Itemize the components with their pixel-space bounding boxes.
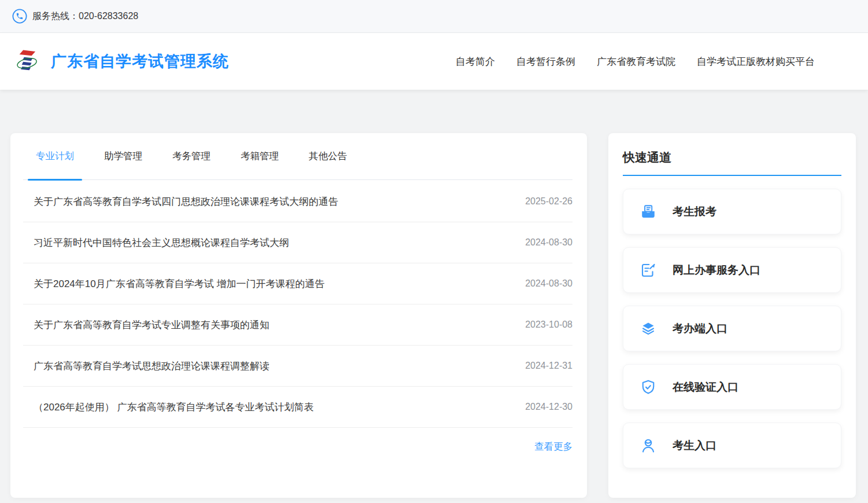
notice-date: 2024-12-30 bbox=[525, 402, 572, 412]
quick-entry-label: 考生报考 bbox=[673, 204, 716, 219]
view-more-link[interactable]: 查看更多 bbox=[534, 440, 572, 453]
notice-footer: 查看更多 bbox=[23, 428, 572, 466]
topbar-hotline-bar: 服务热线：020-62833628 bbox=[0, 0, 868, 33]
notice-title[interactable]: 关于广东省高等教育自学考试四门思想政治理论课课程考试大纲的通告 bbox=[34, 195, 338, 208]
quick-entry-label: 在线验证入口 bbox=[673, 380, 738, 395]
main-nav: 自考简介 自考暂行条例 广东省教育考试院 自学考试正版教材购买平台 bbox=[456, 33, 815, 90]
notice-row[interactable]: 关于广东省高等教育自学考试专业调整有关事项的通知 2023-10-08 bbox=[23, 304, 572, 346]
nav-link-provisional-rules[interactable]: 自考暂行条例 bbox=[516, 55, 575, 68]
inbox-icon bbox=[640, 203, 657, 221]
nav-link-textbook-platform[interactable]: 自学考试正版教材购买平台 bbox=[697, 55, 815, 68]
quick-entry-online-services[interactable]: 网上办事服务入口 bbox=[623, 247, 841, 293]
quick-panel: 快速通道 考生报考 bbox=[608, 133, 856, 498]
nav-link-gd-exam-authority[interactable]: 广东省教育考试院 bbox=[597, 55, 675, 68]
quick-entry-online-verification[interactable]: 在线验证入口 bbox=[623, 364, 841, 410]
notice-date: 2024-08-30 bbox=[525, 237, 572, 248]
tab-exam-affairs[interactable]: 考务管理 bbox=[164, 133, 219, 180]
layers-icon bbox=[640, 320, 657, 337]
site-title: 广东省自学考试管理系统 bbox=[51, 51, 229, 72]
quick-panel-underline bbox=[623, 175, 841, 176]
notice-title[interactable]: 习近平新时代中国特色社会主义思想概论课程自学考试大纲 bbox=[34, 236, 289, 249]
quick-entry-label: 考办端入口 bbox=[673, 321, 727, 336]
page-content: 专业计划 助学管理 考务管理 考籍管理 其他公告 关于广东省高等教育自学考试四门… bbox=[0, 90, 868, 498]
quick-entry-exam-office-portal[interactable]: 考办端入口 bbox=[623, 306, 841, 351]
quick-entry-candidate-portal[interactable]: 考生入口 bbox=[623, 423, 841, 468]
nav-link-zikao-intro[interactable]: 自考简介 bbox=[456, 55, 495, 68]
tab-study-support[interactable]: 助学管理 bbox=[96, 133, 150, 180]
quick-panel-title: 快速通道 bbox=[623, 149, 841, 166]
document-pen-icon bbox=[640, 262, 657, 279]
notice-row[interactable]: 广东省高等教育自学考试思想政治理论课课程调整解读 2024-12-31 bbox=[23, 346, 572, 387]
notice-row[interactable]: 关于广东省高等教育自学考试四门思想政治理论课课程考试大纲的通告 2025-02-… bbox=[23, 181, 572, 222]
site-header: 广东省自学考试管理系统 自考简介 自考暂行条例 广东省教育考试院 自学考试正版教… bbox=[0, 33, 868, 90]
tab-other-notices[interactable]: 其他公告 bbox=[301, 133, 355, 180]
phone-icon bbox=[12, 9, 27, 24]
notice-date: 2023-10-08 bbox=[525, 320, 572, 330]
notice-row[interactable]: 习近平新时代中国特色社会主义思想概论课程自学考试大纲 2024-08-30 bbox=[23, 222, 572, 263]
notice-date: 2024-08-30 bbox=[525, 278, 572, 289]
notice-date: 2025-02-26 bbox=[525, 196, 572, 207]
hotline-text: 服务热线：020-62833628 bbox=[32, 10, 138, 23]
gdzk-logo-icon bbox=[16, 46, 40, 76]
person-icon bbox=[640, 437, 657, 454]
notice-row[interactable]: 关于2024年10月广东省高等教育自学考试 增加一门开考课程的通告 2024-0… bbox=[23, 263, 572, 304]
notice-date: 2024-12-31 bbox=[525, 361, 572, 371]
tab-exam-records[interactable]: 考籍管理 bbox=[232, 133, 287, 180]
quick-entry-label: 考生入口 bbox=[673, 438, 716, 453]
shield-check-icon bbox=[640, 379, 657, 396]
notice-title[interactable]: 关于2024年10月广东省高等教育自学考试 增加一门开考课程的通告 bbox=[34, 277, 324, 291]
notice-title[interactable]: 关于广东省高等教育自学考试专业调整有关事项的通知 bbox=[34, 318, 269, 332]
quick-entry-candidate-registration[interactable]: 考生报考 bbox=[623, 189, 841, 234]
notice-tabs: 专业计划 助学管理 考务管理 考籍管理 其他公告 bbox=[23, 133, 572, 180]
notice-row[interactable]: （2026年起使用） 广东省高等教育自学考试各专业考试计划简表 2024-12-… bbox=[23, 387, 572, 428]
notice-panel: 专业计划 助学管理 考务管理 考籍管理 其他公告 关于广东省高等教育自学考试四门… bbox=[10, 133, 587, 498]
notice-title[interactable]: （2026年起使用） 广东省高等教育自学考试各专业考试计划简表 bbox=[34, 401, 314, 414]
notice-list: 关于广东省高等教育自学考试四门思想政治理论课课程考试大纲的通告 2025-02-… bbox=[23, 180, 572, 428]
notice-title[interactable]: 广东省高等教育自学考试思想政治理论课课程调整解读 bbox=[34, 359, 269, 373]
tab-major-plan[interactable]: 专业计划 bbox=[28, 133, 82, 180]
quick-entry-label: 网上办事服务入口 bbox=[673, 263, 760, 278]
